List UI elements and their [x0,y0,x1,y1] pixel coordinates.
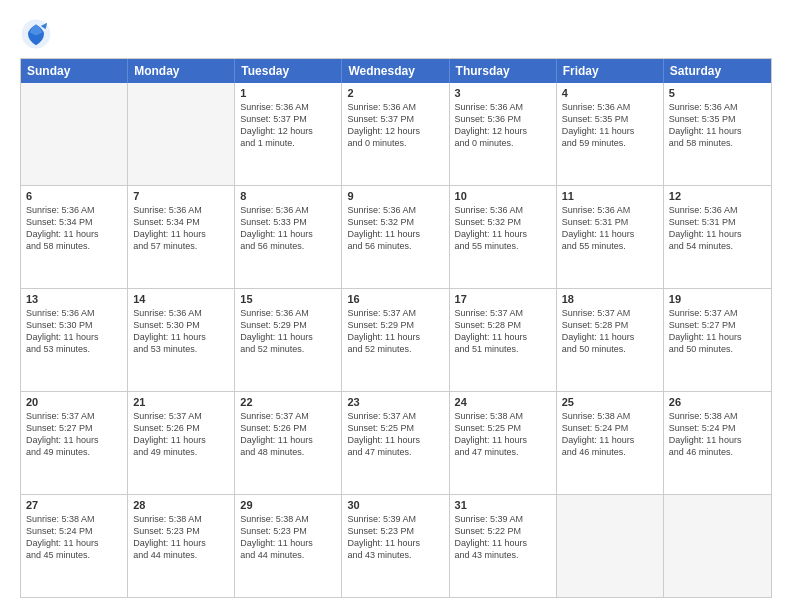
calendar-cell-20: 20Sunrise: 5:37 AM Sunset: 5:27 PM Dayli… [21,392,128,494]
calendar-cell-6: 6Sunrise: 5:36 AM Sunset: 5:34 PM Daylig… [21,186,128,288]
logo [20,18,58,50]
calendar-header-monday: Monday [128,59,235,83]
calendar-cell-4: 4Sunrise: 5:36 AM Sunset: 5:35 PM Daylig… [557,83,664,185]
calendar-cell-8: 8Sunrise: 5:36 AM Sunset: 5:33 PM Daylig… [235,186,342,288]
day-number: 10 [455,190,551,202]
calendar-cell-3: 3Sunrise: 5:36 AM Sunset: 5:36 PM Daylig… [450,83,557,185]
calendar-header-row: SundayMondayTuesdayWednesdayThursdayFrid… [21,59,771,83]
day-number: 8 [240,190,336,202]
calendar-row-0: 1Sunrise: 5:36 AM Sunset: 5:37 PM Daylig… [21,83,771,185]
day-info: Sunrise: 5:36 AM Sunset: 5:35 PM Dayligh… [562,101,658,150]
day-info: Sunrise: 5:38 AM Sunset: 5:24 PM Dayligh… [669,410,766,459]
day-number: 11 [562,190,658,202]
calendar-cell-19: 19Sunrise: 5:37 AM Sunset: 5:27 PM Dayli… [664,289,771,391]
calendar-cell-13: 13Sunrise: 5:36 AM Sunset: 5:30 PM Dayli… [21,289,128,391]
day-info: Sunrise: 5:39 AM Sunset: 5:22 PM Dayligh… [455,513,551,562]
day-info: Sunrise: 5:38 AM Sunset: 5:23 PM Dayligh… [133,513,229,562]
calendar-cell-7: 7Sunrise: 5:36 AM Sunset: 5:34 PM Daylig… [128,186,235,288]
calendar-cell-empty [664,495,771,597]
day-info: Sunrise: 5:36 AM Sunset: 5:31 PM Dayligh… [669,204,766,253]
day-info: Sunrise: 5:37 AM Sunset: 5:26 PM Dayligh… [133,410,229,459]
calendar-cell-16: 16Sunrise: 5:37 AM Sunset: 5:29 PM Dayli… [342,289,449,391]
day-info: Sunrise: 5:36 AM Sunset: 5:29 PM Dayligh… [240,307,336,356]
page: SundayMondayTuesdayWednesdayThursdayFrid… [0,0,792,612]
header [20,18,772,50]
day-number: 12 [669,190,766,202]
day-info: Sunrise: 5:36 AM Sunset: 5:37 PM Dayligh… [347,101,443,150]
day-number: 2 [347,87,443,99]
day-number: 27 [26,499,122,511]
calendar-header-tuesday: Tuesday [235,59,342,83]
day-number: 4 [562,87,658,99]
day-info: Sunrise: 5:36 AM Sunset: 5:30 PM Dayligh… [133,307,229,356]
calendar-cell-23: 23Sunrise: 5:37 AM Sunset: 5:25 PM Dayli… [342,392,449,494]
day-number: 21 [133,396,229,408]
day-info: Sunrise: 5:37 AM Sunset: 5:28 PM Dayligh… [562,307,658,356]
calendar-row-1: 6Sunrise: 5:36 AM Sunset: 5:34 PM Daylig… [21,185,771,288]
day-number: 14 [133,293,229,305]
calendar-cell-28: 28Sunrise: 5:38 AM Sunset: 5:23 PM Dayli… [128,495,235,597]
calendar-header-sunday: Sunday [21,59,128,83]
day-number: 6 [26,190,122,202]
day-info: Sunrise: 5:36 AM Sunset: 5:31 PM Dayligh… [562,204,658,253]
day-info: Sunrise: 5:36 AM Sunset: 5:37 PM Dayligh… [240,101,336,150]
calendar-row-2: 13Sunrise: 5:36 AM Sunset: 5:30 PM Dayli… [21,288,771,391]
day-info: Sunrise: 5:36 AM Sunset: 5:36 PM Dayligh… [455,101,551,150]
day-number: 7 [133,190,229,202]
day-number: 17 [455,293,551,305]
day-number: 16 [347,293,443,305]
day-number: 24 [455,396,551,408]
calendar-cell-11: 11Sunrise: 5:36 AM Sunset: 5:31 PM Dayli… [557,186,664,288]
day-number: 19 [669,293,766,305]
day-number: 29 [240,499,336,511]
day-info: Sunrise: 5:36 AM Sunset: 5:35 PM Dayligh… [669,101,766,150]
calendar-cell-empty [557,495,664,597]
day-number: 13 [26,293,122,305]
calendar-cell-18: 18Sunrise: 5:37 AM Sunset: 5:28 PM Dayli… [557,289,664,391]
calendar-cell-2: 2Sunrise: 5:36 AM Sunset: 5:37 PM Daylig… [342,83,449,185]
calendar-cell-empty [128,83,235,185]
calendar-cell-26: 26Sunrise: 5:38 AM Sunset: 5:24 PM Dayli… [664,392,771,494]
day-number: 5 [669,87,766,99]
day-number: 26 [669,396,766,408]
calendar-cell-10: 10Sunrise: 5:36 AM Sunset: 5:32 PM Dayli… [450,186,557,288]
calendar-row-4: 27Sunrise: 5:38 AM Sunset: 5:24 PM Dayli… [21,494,771,597]
day-info: Sunrise: 5:37 AM Sunset: 5:26 PM Dayligh… [240,410,336,459]
day-info: Sunrise: 5:38 AM Sunset: 5:23 PM Dayligh… [240,513,336,562]
day-number: 3 [455,87,551,99]
day-number: 9 [347,190,443,202]
day-info: Sunrise: 5:37 AM Sunset: 5:25 PM Dayligh… [347,410,443,459]
day-info: Sunrise: 5:36 AM Sunset: 5:32 PM Dayligh… [347,204,443,253]
calendar-cell-21: 21Sunrise: 5:37 AM Sunset: 5:26 PM Dayli… [128,392,235,494]
day-number: 15 [240,293,336,305]
day-info: Sunrise: 5:39 AM Sunset: 5:23 PM Dayligh… [347,513,443,562]
day-number: 28 [133,499,229,511]
calendar: SundayMondayTuesdayWednesdayThursdayFrid… [20,58,772,598]
calendar-cell-9: 9Sunrise: 5:36 AM Sunset: 5:32 PM Daylig… [342,186,449,288]
calendar-cell-24: 24Sunrise: 5:38 AM Sunset: 5:25 PM Dayli… [450,392,557,494]
day-info: Sunrise: 5:37 AM Sunset: 5:29 PM Dayligh… [347,307,443,356]
day-number: 18 [562,293,658,305]
calendar-header-friday: Friday [557,59,664,83]
day-info: Sunrise: 5:36 AM Sunset: 5:32 PM Dayligh… [455,204,551,253]
logo-icon [20,18,52,50]
calendar-cell-31: 31Sunrise: 5:39 AM Sunset: 5:22 PM Dayli… [450,495,557,597]
calendar-cell-25: 25Sunrise: 5:38 AM Sunset: 5:24 PM Dayli… [557,392,664,494]
calendar-body: 1Sunrise: 5:36 AM Sunset: 5:37 PM Daylig… [21,83,771,597]
calendar-cell-17: 17Sunrise: 5:37 AM Sunset: 5:28 PM Dayli… [450,289,557,391]
day-number: 20 [26,396,122,408]
calendar-cell-22: 22Sunrise: 5:37 AM Sunset: 5:26 PM Dayli… [235,392,342,494]
calendar-cell-5: 5Sunrise: 5:36 AM Sunset: 5:35 PM Daylig… [664,83,771,185]
day-info: Sunrise: 5:37 AM Sunset: 5:27 PM Dayligh… [26,410,122,459]
day-number: 22 [240,396,336,408]
day-number: 1 [240,87,336,99]
day-info: Sunrise: 5:36 AM Sunset: 5:30 PM Dayligh… [26,307,122,356]
day-info: Sunrise: 5:36 AM Sunset: 5:34 PM Dayligh… [26,204,122,253]
calendar-cell-empty [21,83,128,185]
calendar-cell-12: 12Sunrise: 5:36 AM Sunset: 5:31 PM Dayli… [664,186,771,288]
day-info: Sunrise: 5:38 AM Sunset: 5:24 PM Dayligh… [26,513,122,562]
calendar-header-saturday: Saturday [664,59,771,83]
calendar-header-wednesday: Wednesday [342,59,449,83]
day-number: 30 [347,499,443,511]
day-info: Sunrise: 5:38 AM Sunset: 5:24 PM Dayligh… [562,410,658,459]
